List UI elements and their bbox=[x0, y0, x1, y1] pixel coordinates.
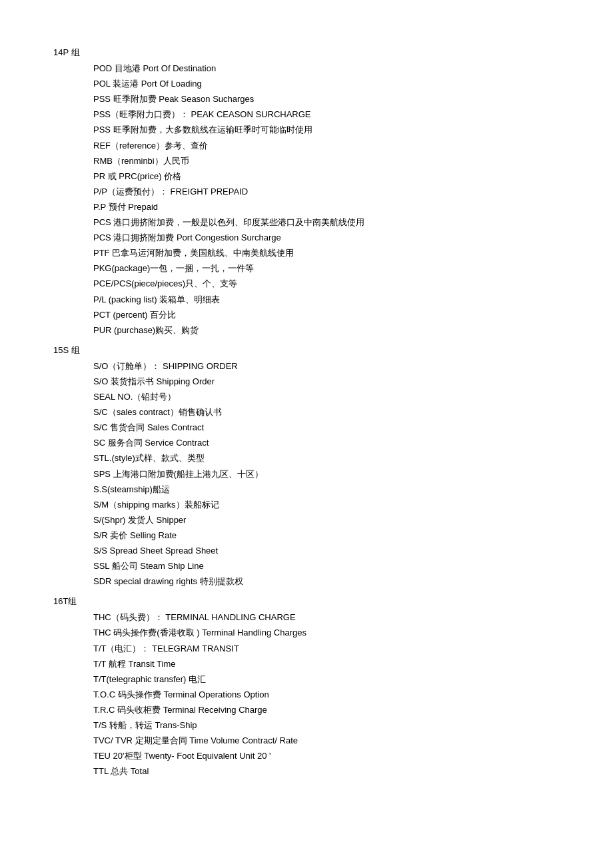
list-item: T.R.C 码头收柜费 Terminal Receiving Charge bbox=[93, 703, 560, 717]
list-item: PCT (percent) 百分比 bbox=[93, 308, 560, 322]
list-item: PCS 港口拥挤附加费 Port Congestion Surcharge bbox=[93, 230, 560, 245]
list-item: T/T 航程 Transit Time bbox=[93, 657, 560, 671]
list-item: PR 或 PRC(price) 价格 bbox=[93, 169, 560, 184]
list-item: SPS 上海港口附加费(船挂上港九区、十区） bbox=[93, 467, 560, 482]
list-item: S/(Shpr) 发货人 Shipper bbox=[93, 513, 560, 528]
list-item: T/T(telegraphic transfer) 电汇 bbox=[93, 672, 560, 687]
page-content: 14P 组POD 目地港 Port Of DestinationPOL 装运港 … bbox=[53, 45, 560, 779]
section-14P: 14P 组POD 目地港 Port Of DestinationPOL 装运港 … bbox=[53, 45, 560, 338]
list-item: S/O（订舱单）： SHIPPING ORDER bbox=[93, 359, 560, 374]
list-item: S/C（sales contract）销售确认书 bbox=[93, 405, 560, 420]
list-item: PTF 巴拿马运河附加费，美国航线、中南美航线使用 bbox=[93, 246, 560, 260]
section-15S: 15S 组S/O（订舱单）： SHIPPING ORDERS/O 装货指示书 S… bbox=[53, 343, 560, 590]
list-item: SSL 船公司 Steam Ship Line bbox=[93, 559, 560, 574]
section-header-14P: 14P 组 bbox=[53, 45, 560, 60]
section-items-16T: THC（码头费）： TERMINAL HANDLING CHARGETHC 码头… bbox=[53, 610, 560, 779]
section-16T: 16T组THC（码头费）： TERMINAL HANDLING CHARGETH… bbox=[53, 594, 560, 779]
list-item: POL 装运港 Port Of Loading bbox=[93, 77, 560, 91]
list-item: S/O 装货指示书 Shipping Order bbox=[93, 374, 560, 389]
list-item: PUR (purchase)购买、购货 bbox=[93, 323, 560, 338]
list-item: TEU 20'柜型 Twenty- Foot Equivalent Unit 2… bbox=[93, 749, 560, 763]
list-item: PSS 旺季附加费 Peak Season Sucharges bbox=[93, 92, 560, 107]
list-item: T/S 转船，转运 Trans-Ship bbox=[93, 718, 560, 733]
list-item: P.P 预付 Prepaid bbox=[93, 200, 560, 215]
list-item: S/S Spread Sheet Spread Sheet bbox=[93, 544, 560, 558]
list-item: S/M（shipping marks）装船标记 bbox=[93, 498, 560, 512]
list-item: PSS 旺季附加费，大多数航线在运输旺季时可能临时使用 bbox=[93, 123, 560, 137]
list-item: PCS 港口拥挤附加费，一般是以色列、印度某些港口及中南美航线使用 bbox=[93, 215, 560, 230]
list-item: SC 服务合同 Service Contract bbox=[93, 436, 560, 450]
section-items-15S: S/O（订舱单）： SHIPPING ORDERS/O 装货指示书 Shippi… bbox=[53, 359, 560, 589]
list-item: THC 码头操作费(香港收取 ) Terminal Handling Charg… bbox=[93, 626, 560, 640]
list-item: STL.(style)式样、款式、类型 bbox=[93, 451, 560, 466]
list-item: T/T（电汇）： TELEGRAM TRANSIT bbox=[93, 642, 560, 656]
list-item: THC（码头费）： TERMINAL HANDLING CHARGE bbox=[93, 610, 560, 625]
list-item: SDR special drawing rights 特别提款权 bbox=[93, 574, 560, 589]
list-item: P/P（运费预付）： FREIGHT PREPAID bbox=[93, 185, 560, 199]
section-items-14P: POD 目地港 Port Of DestinationPOL 装运港 Port … bbox=[53, 61, 560, 338]
list-item: T.O.C 码头操作费 Terminal Operations Option bbox=[93, 687, 560, 702]
list-item: POD 目地港 Port Of Destination bbox=[93, 61, 560, 76]
list-item: S/R 卖价 Selling Rate bbox=[93, 528, 560, 543]
list-item: S/C 售货合同 Sales Contract bbox=[93, 420, 560, 435]
section-header-15S: 15S 组 bbox=[53, 343, 560, 358]
list-item: TTL 总共 Total bbox=[93, 764, 560, 779]
list-item: PCE/PCS(piece/pieces)只、个、支等 bbox=[93, 276, 560, 291]
list-item: S.S(steamship)船运 bbox=[93, 482, 560, 497]
list-item: RMB（renminbi）人民币 bbox=[93, 154, 560, 169]
list-item: PSS（旺季附力口费）： PEAK CEASON SURCHARGE bbox=[93, 107, 560, 122]
list-item: TVC/ TVR 定期定量合同 Time Volume Contract/ Ra… bbox=[93, 733, 560, 748]
list-item: SEAL NO.（铅封号） bbox=[93, 390, 560, 404]
list-item: PKG(package)一包，一捆，一扎，一件等 bbox=[93, 261, 560, 276]
section-header-16T: 16T组 bbox=[53, 594, 560, 609]
list-item: P/L (packing list) 装箱单、明细表 bbox=[93, 292, 560, 307]
list-item: REF（reference）参考、查价 bbox=[93, 139, 560, 153]
